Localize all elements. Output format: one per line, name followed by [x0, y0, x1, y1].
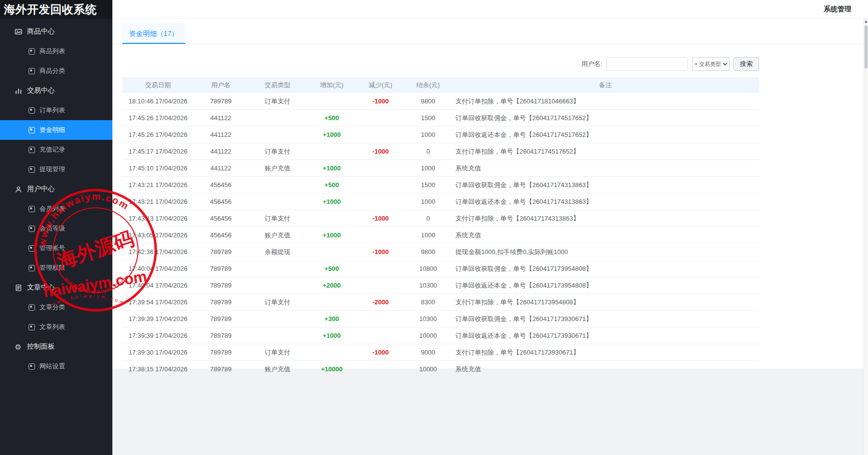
- cell-decrease: -2000: [356, 294, 405, 311]
- sidebar-item-member-list[interactable]: 会员列表: [0, 199, 112, 219]
- sidebar: 海外开发回收系统 商品中心 商品列表 商品分类 交易中心 订单列表 资金明细: [0, 0, 112, 455]
- table-row: 17:39:30 17/04/2026 789789 订单支付 -1000 90…: [122, 344, 759, 361]
- system-management-menu[interactable]: 系统管理: [824, 5, 851, 14]
- cell-note: 支付订单扣除，单号【260417173954808】: [451, 294, 759, 311]
- sidebar-item-label: 资金明细: [39, 126, 65, 134]
- cell-note: 订单回收获取佣金，单号【260417174517652】: [451, 110, 759, 127]
- sidebar-item-label: 管理权限: [39, 263, 65, 272]
- sidebar-item-order-list[interactable]: 订单列表: [0, 100, 112, 120]
- col-header-balance: 结余(元): [405, 77, 451, 93]
- cell-date: 17:42:36 17/04/2026: [122, 244, 194, 260]
- cell-username: 789789: [194, 327, 248, 344]
- cell-note: 系统充值: [451, 227, 759, 244]
- cell-username: 789789: [194, 344, 248, 361]
- sidebar-section-user-center[interactable]: 用户中心: [0, 179, 112, 199]
- scrollbar-thumb[interactable]: [865, 25, 868, 68]
- cell-username: 789789: [194, 277, 248, 294]
- cell-date: 17:38:15 17/04/2026: [122, 361, 194, 378]
- tab-fund-details[interactable]: 资金明细（17）: [122, 23, 185, 44]
- cell-type: [248, 127, 307, 143]
- cell-decrease: [356, 311, 405, 327]
- sidebar-item-admin-permissions[interactable]: 管理权限: [0, 258, 112, 278]
- sidebar-item-member-level[interactable]: 会员等级: [0, 219, 112, 238]
- scrollbar-up-arrow-icon[interactable]: ▲: [864, 19, 868, 24]
- document-icon: [15, 284, 22, 292]
- cell-increase: +500: [307, 177, 356, 194]
- cell-balance: 1500: [405, 177, 451, 194]
- sidebar-item-product-list[interactable]: 商品列表: [0, 41, 112, 61]
- col-header-increase: 增加(元): [307, 77, 356, 93]
- sidebar-item-withdrawal-management[interactable]: 提现管理: [0, 160, 112, 179]
- sidebar-item-site-settings[interactable]: 网站设置: [0, 357, 112, 376]
- cell-type: 账户充值: [248, 160, 307, 177]
- sidebar-section-trade-center[interactable]: 交易中心: [0, 81, 112, 100]
- sidebar-item-label: 会员等级: [39, 224, 65, 233]
- cell-increase: +300: [307, 311, 356, 327]
- page-icon: [29, 206, 35, 212]
- vertical-scrollbar[interactable]: ▲: [864, 19, 868, 455]
- cell-note: 支付订单扣除，单号【260417174313863】: [451, 210, 759, 227]
- sidebar-item-label: 商品列表: [39, 47, 65, 56]
- cell-note: 订单回收返还本金，单号【260417173930671】: [451, 327, 759, 344]
- cell-username: 789789: [194, 93, 248, 110]
- bar-chart-icon: [15, 87, 22, 95]
- table-row: 17:39:39 17/04/2026 789789 +300 10300 订单…: [122, 311, 759, 327]
- sidebar-item-product-category[interactable]: 商品分类: [0, 61, 112, 81]
- image-icon: [15, 28, 22, 35]
- sidebar-item-article-category[interactable]: 文章分类: [0, 297, 112, 317]
- cell-username: 789789: [194, 361, 248, 378]
- cell-note: 订单回收获取佣金，单号【260417174313863】: [451, 177, 759, 194]
- table-row: 17:38:15 17/04/2026 789789 账户充值 +10000 1…: [122, 361, 759, 378]
- sidebar-item-label: 管理帐号: [39, 244, 65, 253]
- page-icon: [29, 226, 35, 232]
- table-row: 17:43:21 17/04/2026 456456 +1000 1000 订单…: [122, 194, 759, 210]
- cell-date: 17:45:10 17/04/2026: [122, 160, 194, 177]
- cell-date: 17:39:39 17/04/2026: [122, 327, 194, 344]
- sidebar-section-label: 用户中心: [27, 185, 55, 194]
- cell-type: [248, 277, 307, 294]
- username-input[interactable]: [606, 57, 688, 71]
- sidebar-item-recharge-records[interactable]: 充值记录: [0, 140, 112, 160]
- cell-date: 17:40:04 17/04/2026: [122, 277, 194, 294]
- sidebar-section-label: 商品中心: [27, 27, 55, 36]
- cell-date: 17:45:26 17/04/2026: [122, 127, 194, 143]
- cell-decrease: -1000: [356, 93, 405, 110]
- cell-decrease: -1000: [356, 143, 405, 160]
- table-row: 17:39:39 17/04/2026 789789 +1000 10000 订…: [122, 327, 759, 344]
- username-label: 用户名:: [581, 60, 602, 68]
- sidebar-item-label: 文章列表: [39, 323, 65, 331]
- sidebar-item-label: 网站设置: [39, 362, 65, 371]
- cell-date: 17:40:04 17/04/2026: [122, 260, 194, 277]
- cell-increase: +500: [307, 110, 356, 127]
- cell-increase: +10000: [307, 361, 356, 378]
- cell-increase: +1000: [307, 327, 356, 344]
- sidebar-section-product-center[interactable]: 商品中心: [0, 22, 112, 41]
- sidebar-item-label: 订单列表: [39, 106, 65, 115]
- page-icon: [29, 68, 35, 74]
- col-header-date: 交易日期: [122, 77, 194, 93]
- sidebar-item-article-list[interactable]: 文章列表: [0, 317, 112, 337]
- fund-details-card: 用户名: = 交易类型 = 搜索 交易日期 用户名: [112, 44, 864, 368]
- cell-decrease: [356, 277, 405, 294]
- cell-note: 支付订单扣除，单号【260417174517652】: [451, 143, 759, 160]
- sidebar-section-article-center[interactable]: 文章中心: [0, 278, 112, 297]
- cell-note: 系统充值: [451, 361, 759, 378]
- sidebar-item-admin-accounts[interactable]: 管理帐号: [0, 238, 112, 258]
- page-icon: [29, 166, 35, 173]
- sidebar-section-control-panel[interactable]: ⚙ 控制面板: [0, 337, 112, 357]
- cell-username: 789789: [194, 260, 248, 277]
- cell-username: 456456: [194, 177, 248, 194]
- table-row: 17:42:36 17/04/2026 789789 余额提现 -1000 98…: [122, 244, 759, 260]
- cell-date: 17:43:21 17/04/2026: [122, 194, 194, 210]
- cell-decrease: [356, 160, 405, 177]
- sidebar-item-label: 提现管理: [39, 165, 65, 174]
- transaction-type-select[interactable]: = 交易类型 =: [692, 57, 729, 71]
- filter-bar: 用户名: = 交易类型 = 搜索: [122, 44, 759, 71]
- search-button[interactable]: 搜索: [733, 57, 759, 71]
- cell-username: 456456: [194, 227, 248, 244]
- sidebar-item-fund-details[interactable]: 资金明细: [0, 120, 112, 140]
- cell-username: 456456: [194, 194, 248, 210]
- main-content: 用户名: = 交易类型 = 搜索 交易日期 用户名: [112, 44, 864, 455]
- cell-username: 441122: [194, 110, 248, 127]
- cell-note: 系统充值: [451, 160, 759, 177]
